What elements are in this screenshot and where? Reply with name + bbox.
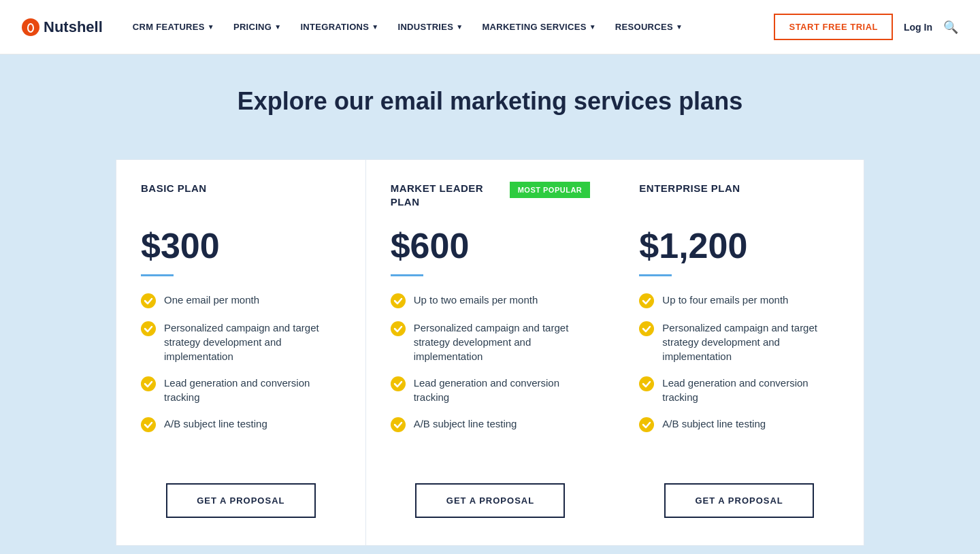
plan-cta-market-leader: GET A PROPOSAL (391, 483, 591, 518)
login-link[interactable]: Log In (904, 22, 932, 33)
svg-point-2 (29, 25, 33, 31)
plan-price-market-leader: $600 (391, 228, 591, 263)
plan-features-enterprise: Up to four emails per month Personalized… (639, 293, 839, 456)
plan-divider-enterprise (639, 274, 672, 276)
plan-name-enterprise: ENTERPRISE PLAN (639, 182, 740, 195)
svg-point-3 (141, 293, 156, 308)
svg-point-5 (141, 376, 156, 391)
logo-text: Nutshell (44, 18, 103, 36)
list-item: A/B subject line testing (639, 417, 839, 432)
plan-card-enterprise: ENTERPRISE PLAN $1,200 Up to four emails… (615, 159, 864, 546)
check-icon (141, 293, 156, 308)
plan-cta-enterprise: GET A PROPOSAL (639, 483, 839, 518)
svg-point-8 (391, 321, 406, 336)
get-proposal-button-basic[interactable]: GET A PROPOSAL (166, 483, 316, 518)
svg-point-6 (141, 417, 156, 432)
svg-point-13 (639, 376, 654, 391)
check-icon (639, 321, 654, 336)
plan-name-basic: BASIC PLAN (141, 182, 207, 195)
list-item: Personalized campaign and target strateg… (391, 321, 591, 363)
check-icon (639, 417, 654, 432)
plan-price-basic: $300 (141, 228, 341, 263)
plans-section: BASIC PLAN $300 One email per month (0, 143, 980, 554)
list-item: Personalized campaign and target strateg… (639, 321, 839, 363)
svg-point-11 (639, 293, 654, 308)
plan-divider-basic (141, 274, 174, 276)
plan-features-market-leader: Up to two emails per month Personalized … (391, 293, 591, 456)
list-item: One email per month (141, 293, 341, 308)
svg-point-14 (639, 417, 654, 432)
nav-actions: START FREE TRIAL Log In 🔍 (774, 14, 958, 40)
check-icon (391, 417, 406, 432)
check-icon (141, 321, 156, 336)
check-icon (639, 293, 654, 308)
list-item: Up to four emails per month (639, 293, 839, 308)
svg-point-12 (639, 321, 654, 336)
chevron-down-icon: ▼ (274, 23, 281, 31)
list-item: A/B subject line testing (141, 417, 341, 432)
plan-features-basic: One email per month Personalized campaig… (141, 293, 341, 456)
nav-item-integrations[interactable]: INTEGRATIONS ▼ (292, 16, 387, 37)
svg-point-10 (391, 417, 406, 432)
plan-header-enterprise: ENTERPRISE PLAN (639, 182, 839, 223)
list-item: Lead generation and conversion tracking (391, 376, 591, 404)
list-item: Personalized campaign and target strateg… (141, 321, 341, 363)
navbar: Nutshell CRM FEATURES ▼ PRICING ▼ INTEGR… (0, 0, 980, 54)
nav-item-resources[interactable]: RESOURCES ▼ (607, 16, 691, 37)
start-free-trial-button[interactable]: START FREE TRIAL (774, 14, 893, 40)
hero-title: Explore our email marketing services pla… (22, 87, 958, 116)
svg-point-7 (391, 293, 406, 308)
chevron-down-icon: ▼ (456, 23, 463, 31)
list-item: Up to two emails per month (391, 293, 591, 308)
check-icon (141, 417, 156, 432)
plan-divider-market-leader (391, 274, 423, 276)
svg-point-9 (391, 376, 406, 391)
get-proposal-button-market-leader[interactable]: GET A PROPOSAL (415, 483, 565, 518)
list-item: A/B subject line testing (391, 417, 591, 432)
plan-name-market-leader: MARKET LEADER PLAN (391, 182, 502, 208)
list-item: Lead generation and conversion tracking (141, 376, 341, 404)
check-icon (391, 321, 406, 336)
get-proposal-button-enterprise[interactable]: GET A PROPOSAL (664, 483, 814, 518)
check-icon (391, 376, 406, 391)
plans-grid: BASIC PLAN $300 One email per month (116, 159, 864, 546)
chevron-down-icon: ▼ (372, 23, 378, 31)
nav-item-pricing[interactable]: PRICING ▼ (225, 16, 289, 37)
plan-header-market-leader: MARKET LEADER PLAN MOST POPULAR (391, 182, 591, 223)
logo-icon (22, 18, 39, 36)
hero-section: Explore our email marketing services pla… (0, 54, 980, 143)
check-icon (391, 293, 406, 308)
search-icon[interactable]: 🔍 (943, 20, 958, 35)
list-item: Lead generation and conversion tracking (639, 376, 839, 404)
nav-item-crm-features[interactable]: CRM FEATURES ▼ (125, 16, 223, 37)
nav-links: CRM FEATURES ▼ PRICING ▼ INTEGRATIONS ▼ … (125, 16, 774, 37)
check-icon (141, 376, 156, 391)
chevron-down-icon: ▼ (208, 23, 214, 31)
chevron-down-icon: ▼ (676, 23, 683, 31)
svg-point-4 (141, 321, 156, 336)
logo[interactable]: Nutshell (22, 18, 103, 36)
nav-item-industries[interactable]: INDUSTRIES ▼ (389, 16, 471, 37)
plan-price-enterprise: $1,200 (639, 228, 839, 263)
plan-card-market-leader: MARKET LEADER PLAN MOST POPULAR $600 Up … (365, 159, 615, 546)
check-icon (639, 376, 654, 391)
most-popular-badge: MOST POPULAR (510, 182, 591, 198)
plan-header-basic: BASIC PLAN (141, 182, 341, 223)
chevron-down-icon: ▼ (589, 23, 596, 31)
plan-cta-basic: GET A PROPOSAL (141, 483, 341, 518)
nav-item-marketing-services[interactable]: MARKETING SERVICES ▼ (474, 16, 604, 37)
plan-card-basic: BASIC PLAN $300 One email per month (116, 159, 365, 546)
